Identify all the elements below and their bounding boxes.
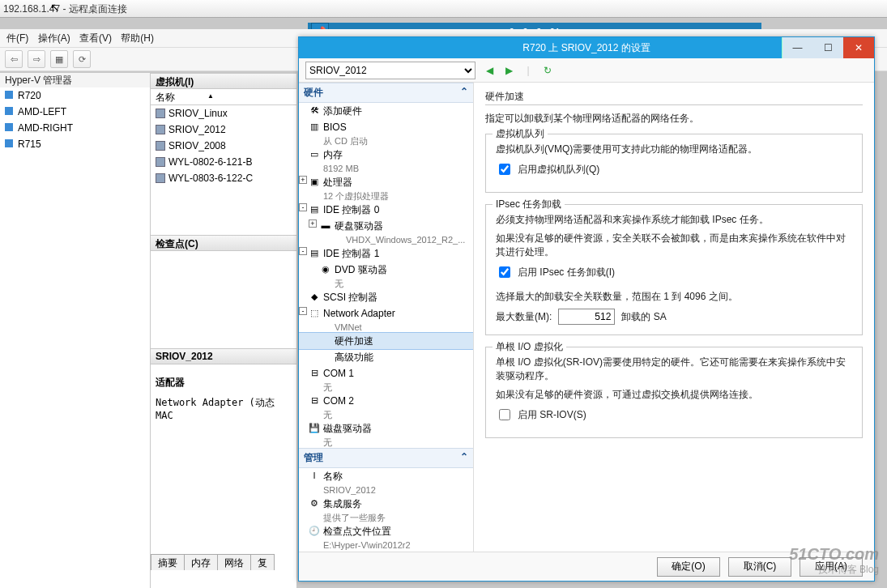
nav-prev-icon[interactable]: ◀ bbox=[482, 63, 497, 78]
sriov-group: 单根 I/O 虚拟化 单根 I/O 虚拟化(SR-IOV)需要使用特定的硬件。它… bbox=[485, 347, 863, 438]
ipsec-desc1: 必须支持物理网络适配器和来宾操作系统才能卸载 IPsec 任务。 bbox=[496, 213, 852, 227]
host-node[interactable]: AMD-RIGHT bbox=[0, 120, 150, 136]
tab-replication[interactable]: 复 bbox=[250, 554, 275, 570]
expand-icon[interactable]: + bbox=[309, 219, 317, 228]
tree-memory[interactable]: ▭内存 bbox=[299, 147, 473, 163]
vmq-checkbox-label: 启用虚拟机队列(Q) bbox=[518, 163, 599, 177]
rdc-title-text: 192.168.1.47 - 远程桌面连接 bbox=[3, 3, 127, 15]
vm-item[interactable]: WYL-0802-6-121-B bbox=[151, 154, 296, 170]
ok-button[interactable]: 确定(O) bbox=[657, 557, 720, 577]
sort-asc-icon: ▲ bbox=[207, 92, 214, 100]
win-min-icon[interactable]: — bbox=[782, 37, 812, 58]
category-hardware[interactable]: ⌃硬件 bbox=[299, 83, 473, 103]
cancel-button[interactable]: 取消(C) bbox=[728, 557, 791, 577]
sriov-checkbox-row[interactable]: 启用 SR-IOV(S) bbox=[496, 407, 852, 423]
tree-floppy[interactable]: 💾磁盘驱动器 bbox=[299, 420, 473, 437]
vm-selector[interactable]: SRIOV_2012 bbox=[305, 62, 475, 79]
win-max-icon[interactable]: ☐ bbox=[812, 37, 843, 58]
tree-nic[interactable]: -⬚Network Adapter bbox=[299, 305, 473, 322]
nav-reload-icon[interactable]: ↻ bbox=[540, 63, 555, 78]
host-node[interactable]: R720 bbox=[0, 87, 150, 104]
tab-summary[interactable]: 摘要 bbox=[151, 554, 185, 570]
tb-back-icon[interactable]: ⇦ bbox=[5, 50, 23, 68]
tree-com2[interactable]: ⊟COM 2 bbox=[299, 393, 473, 409]
menu-file[interactable]: 件(F) bbox=[3, 29, 32, 48]
ipsec-max-label: 最大数量(M): bbox=[496, 310, 552, 324]
tree-memory-sub: 8192 MB bbox=[299, 163, 473, 174]
host-tree-header: Hyper-V 管理器 bbox=[0, 73, 150, 87]
menu-view[interactable]: 查看(V) bbox=[76, 29, 115, 48]
ipsec-max-input[interactable] bbox=[558, 309, 615, 325]
host-node[interactable]: AMD-LEFT bbox=[0, 104, 150, 120]
memory-icon: ▭ bbox=[309, 148, 320, 160]
tree-name-sub: SRIOV_2012 bbox=[299, 484, 473, 496]
com-icon: ⊟ bbox=[309, 394, 320, 406]
controller-icon: ▤ bbox=[309, 203, 320, 215]
collapse-icon[interactable]: - bbox=[299, 247, 307, 255]
vmq-checkbox[interactable] bbox=[499, 164, 510, 175]
tree-advanced[interactable]: 高级功能 bbox=[299, 349, 473, 365]
checkpoint-icon: 🕘 bbox=[309, 525, 320, 536]
vm-item[interactable]: SRIOV_Linux bbox=[151, 105, 296, 121]
tb-fwd-icon[interactable]: ⇨ bbox=[28, 50, 45, 68]
ipsec-checkbox[interactable] bbox=[499, 266, 510, 278]
category-management[interactable]: ⌃管理 bbox=[299, 448, 473, 468]
tab-network[interactable]: 网络 bbox=[217, 554, 251, 570]
add-hardware-icon: 🛠 bbox=[309, 104, 320, 116]
vmq-checkbox-row[interactable]: 启用虚拟机队列(Q) bbox=[496, 161, 852, 177]
tb-refresh-icon[interactable]: ⟳ bbox=[73, 50, 91, 68]
tree-processor-sub: 12 个虚拟处理器 bbox=[299, 190, 473, 202]
vmq-legend: 虚拟机队列 bbox=[493, 127, 548, 141]
sriov-desc2: 如果没有足够的硬件资源，可通过虚拟交换机提供网络连接。 bbox=[496, 388, 852, 402]
vm-panel-header: 虚拟机(I) bbox=[151, 73, 296, 89]
vm-item[interactable]: SRIOV_2008 bbox=[151, 138, 296, 154]
tree-bios[interactable]: ▥BIOS bbox=[299, 119, 473, 135]
menu-help[interactable]: 帮助(H) bbox=[117, 29, 157, 48]
tree-hdd[interactable]: +▬硬盘驱动器 bbox=[299, 218, 473, 234]
sriov-checkbox-label: 启用 SR-IOV(S) bbox=[518, 408, 586, 422]
tree-floppy-sub: 无 bbox=[299, 437, 473, 448]
tree-com1[interactable]: ⊟COM 1 bbox=[299, 365, 473, 381]
win-close-icon[interactable]: ✕ bbox=[843, 37, 874, 58]
vm-item[interactable]: SRIOV_2012 bbox=[151, 121, 296, 138]
section-title: 硬件加速 bbox=[485, 89, 863, 105]
tree-hw-accel[interactable]: 硬件加速 bbox=[299, 333, 473, 349]
vm-item[interactable]: WYL-0803-6-122-C bbox=[151, 170, 296, 186]
ipsec-max-suffix: 卸载的 SA bbox=[621, 310, 666, 324]
tree-nic-sub: VMNet bbox=[299, 322, 473, 333]
settings-tree[interactable]: ⌃硬件 🛠添加硬件 ▥BIOS 从 CD 启动 ▭内存 8192 MB +▣处理… bbox=[299, 83, 474, 552]
tree-processor[interactable]: +▣处理器 bbox=[299, 174, 473, 190]
tree-integration[interactable]: ⚙集成服务 bbox=[299, 496, 473, 512]
checkpoint-panel-header: 检查点(C) bbox=[151, 235, 296, 251]
tree-ide0[interactable]: -▤IDE 控制器 0 bbox=[299, 202, 473, 218]
host-node[interactable]: R715 bbox=[0, 136, 150, 152]
tree-dvd-sub: 无 bbox=[299, 278, 473, 289]
ipsec-legend: IPsec 任务卸载 bbox=[493, 198, 565, 211]
tree-scsi[interactable]: ◆SCSI 控制器 bbox=[299, 289, 473, 305]
settings-window: R720 上 SRIOV_2012 的设置 — ☐ ✕ SRIOV_2012 ◀… bbox=[298, 36, 875, 582]
tree-ide1[interactable]: -▤IDE 控制器 1 bbox=[299, 245, 473, 262]
tree-add-hardware[interactable]: 🛠添加硬件 bbox=[299, 103, 473, 119]
com-icon: ⊟ bbox=[309, 367, 320, 378]
rdc-title-bar: 192.168.1.47 - 远程桌面连接 ↖ bbox=[0, 0, 887, 18]
tree-hdd-sub: VHDX_Windows_2012_R2_... bbox=[299, 234, 473, 245]
expand-icon[interactable]: + bbox=[299, 176, 307, 184]
tab-memory[interactable]: 内存 bbox=[184, 554, 218, 570]
integration-icon: ⚙ bbox=[309, 497, 320, 509]
tree-dvd[interactable]: ◉DVD 驱动器 bbox=[299, 262, 473, 278]
host-tree: Hyper-V 管理器 R720 AMD-LEFT AMD-RIGHT R715 bbox=[0, 73, 151, 588]
nav-next-icon[interactable]: ▶ bbox=[501, 63, 516, 78]
tree-checkpoint-loc[interactable]: 🕘检查点文件位置 bbox=[299, 523, 473, 539]
collapse-icon[interactable]: - bbox=[299, 307, 307, 315]
tree-name[interactable]: I名称 bbox=[299, 468, 473, 484]
sriov-checkbox[interactable] bbox=[499, 409, 510, 420]
name-icon: I bbox=[309, 470, 320, 481]
menu-action[interactable]: 操作(A) bbox=[35, 29, 74, 48]
apply-button[interactable]: 应用(A) bbox=[800, 557, 863, 577]
ipsec-desc2: 如果没有足够的硬件资源，安全关联不会被卸载，而是由来宾操作系统在软件中对其进行处… bbox=[496, 232, 852, 259]
vm-col-name[interactable]: 名称▲ bbox=[151, 89, 296, 105]
cpu-icon: ▣ bbox=[309, 176, 320, 187]
collapse-icon[interactable]: - bbox=[299, 203, 307, 211]
tb-props-icon[interactable]: ▦ bbox=[50, 50, 68, 68]
ipsec-checkbox-row[interactable]: 启用 IPsec 任务卸载(I) bbox=[496, 264, 852, 280]
